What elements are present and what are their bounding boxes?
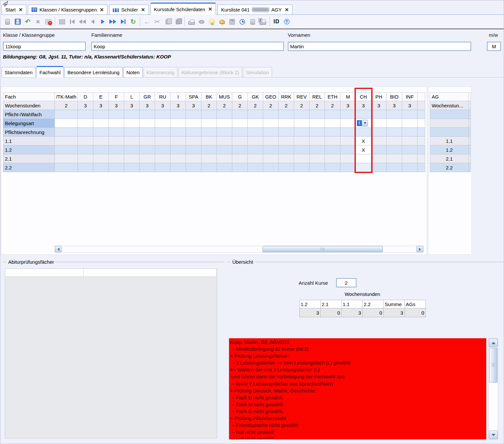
close-icon[interactable]: ✕ <box>285 7 289 13</box>
column-header-m[interactable]: M <box>340 93 356 101</box>
grid-cell[interactable] <box>232 128 248 137</box>
column-header-bio[interactable]: BIO <box>387 93 402 101</box>
column-header-ph[interactable]: PH <box>371 93 387 101</box>
grid-cell[interactable] <box>155 163 171 172</box>
last-record-button[interactable] <box>118 16 128 27</box>
column-header-ch[interactable]: CH <box>356 93 371 101</box>
grid-cell[interactable] <box>263 163 279 172</box>
save-button[interactable] <box>12 16 23 27</box>
grid-cell[interactable] <box>325 145 340 154</box>
id-mode-button[interactable]: ID <box>271 16 282 27</box>
grid-cell[interactable] <box>309 163 325 172</box>
refresh-button[interactable]: ↻ <box>128 16 138 27</box>
grid-cell[interactable] <box>279 137 294 145</box>
grid-cell[interactable]: 3 <box>387 101 402 110</box>
horizontal-scrollbar[interactable] <box>55 246 424 253</box>
grid-cell[interactable] <box>309 110 325 119</box>
grid-cell[interactable] <box>325 163 340 172</box>
grid-cell[interactable] <box>356 128 371 137</box>
grid-cell[interactable] <box>186 110 201 119</box>
grid-cell[interactable]: 2 <box>55 101 78 110</box>
vornamen-input[interactable]: Martin <box>288 42 471 51</box>
message-vertical-scrollbar[interactable] <box>489 338 498 439</box>
grid-cell[interactable] <box>402 137 418 145</box>
grid-cell[interactable] <box>325 137 340 145</box>
grid-cell[interactable]: 3 <box>140 101 155 110</box>
column-header-gk[interactable]: GK <box>248 93 263 101</box>
grid-cell[interactable] <box>171 154 186 163</box>
ch-selection-cell-1.2[interactable]: X <box>356 145 371 154</box>
grid-cell[interactable] <box>186 119 201 128</box>
grid-cell[interactable] <box>124 154 140 163</box>
grid-cell[interactable] <box>402 110 418 119</box>
grid-cell[interactable]: 3 <box>356 101 371 110</box>
grid-cell[interactable] <box>186 163 201 172</box>
close-icon[interactable]: ✕ <box>141 7 145 13</box>
grid-cell[interactable] <box>55 137 78 145</box>
grid-cell[interactable] <box>124 163 140 172</box>
grid-cell[interactable] <box>248 128 263 137</box>
tab-kursstufe-schuelerdaten[interactable]: Kursstufe Schülerdaten ✕ <box>150 3 216 15</box>
grid-cell[interactable] <box>279 128 294 137</box>
grid-cell[interactable] <box>248 163 263 172</box>
grid-cell[interactable] <box>140 137 155 145</box>
grid-cell[interactable] <box>109 110 124 119</box>
mw-input[interactable]: M <box>487 42 501 51</box>
klasse-input[interactable]: 11koop <box>3 42 86 51</box>
anzahl-kurse-value[interactable]: 2 <box>336 278 356 287</box>
grid-cell[interactable] <box>340 154 356 163</box>
grid-cell[interactable] <box>340 119 356 128</box>
grid-cell[interactable] <box>232 119 248 128</box>
grid-cell[interactable] <box>93 110 109 119</box>
grid-cell[interactable]: 3 <box>78 101 93 110</box>
column-header-rev[interactable]: REV <box>294 93 309 101</box>
grid-cell[interactable] <box>279 110 294 119</box>
tab-noten[interactable]: Noten <box>124 67 143 77</box>
grid-cell[interactable] <box>201 154 217 163</box>
grid-cell[interactable] <box>294 128 309 137</box>
grid-cell[interactable] <box>109 128 124 137</box>
grid-cell[interactable] <box>263 137 279 145</box>
grid-cell[interactable] <box>140 163 155 172</box>
grid-cell[interactable] <box>387 137 402 145</box>
grid-cell[interactable]: 3 <box>171 101 186 110</box>
ag-column-header[interactable]: AG <box>430 93 469 101</box>
scrollbar-thumb[interactable] <box>263 246 383 252</box>
belegungsart-ch-combo[interactable]: f <box>357 120 370 127</box>
row-label[interactable]: 1.1 <box>3 137 55 145</box>
grid-cell[interactable] <box>217 137 232 145</box>
column-header-eth[interactable]: ETH <box>325 93 340 101</box>
grid-cell[interactable] <box>186 154 201 163</box>
grid-cell[interactable] <box>55 128 78 137</box>
grid-cell[interactable] <box>340 137 356 145</box>
grid-cell[interactable] <box>155 145 171 154</box>
grid-cell[interactable] <box>325 119 340 128</box>
grid-cell[interactable] <box>201 145 217 154</box>
grid-cell[interactable] <box>140 154 155 163</box>
grid-cell[interactable] <box>124 119 140 128</box>
grid-cell[interactable] <box>279 163 294 172</box>
grid-cell[interactable] <box>371 110 387 119</box>
grid-cell[interactable] <box>171 119 186 128</box>
grid-cell[interactable] <box>217 110 232 119</box>
grid-cell[interactable]: 2 <box>232 101 248 110</box>
row-label[interactable]: 2.2 <box>3 163 55 172</box>
grid-cell[interactable] <box>279 154 294 163</box>
tab-fachwahl[interactable]: Fachwahl <box>36 66 63 78</box>
close-icon[interactable]: ✕ <box>19 7 23 13</box>
grid-cell[interactable] <box>263 119 279 128</box>
scrollbar-thumb[interactable] <box>489 348 497 383</box>
grid-cell[interactable] <box>232 154 248 163</box>
tab-stammdaten[interactable]: Stammdaten <box>2 67 35 77</box>
grid-cell[interactable] <box>263 128 279 137</box>
scroll-left-button[interactable] <box>55 246 62 252</box>
grid-cell[interactable]: 2 <box>248 101 263 110</box>
row-label[interactable]: Wochenstunden <box>3 101 55 110</box>
grid-cell[interactable] <box>217 119 232 128</box>
grid-cell[interactable] <box>78 137 93 145</box>
column-header-f[interactable]: F <box>109 93 124 101</box>
grid-cell[interactable] <box>387 163 402 172</box>
ag-cell[interactable] <box>430 110 469 119</box>
column-header-spa[interactable]: SPA <box>186 93 201 101</box>
grid-cell[interactable] <box>109 145 124 154</box>
